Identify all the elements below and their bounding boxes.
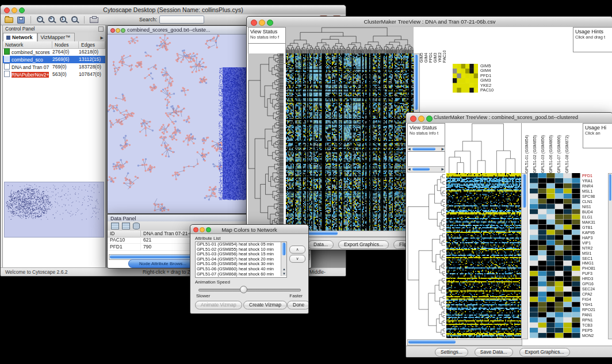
- gene-list-scrollbar[interactable]: [608, 173, 612, 339]
- gene-label[interactable]: PHO81: [582, 266, 608, 271]
- gene-label[interactable]: RPO21: [582, 307, 608, 312]
- slider-thumb[interactable]: [240, 286, 247, 293]
- node-attribute-browser-tab[interactable]: Node Attribute Brows...: [128, 259, 197, 268]
- scroll-left-arrow[interactable]: ◀: [408, 147, 411, 151]
- gene-label[interactable]: SPC98: [582, 194, 608, 199]
- network-canvas[interactable]: [108, 35, 250, 214]
- network-list-item[interactable]: RNAPuberNov2+ 563(0) 107847(0): [3, 71, 105, 78]
- column-label[interactable]: GPL51-08 (GSM872): [563, 123, 571, 173]
- gene-label[interactable]: YSH1: [582, 302, 608, 307]
- gene-label[interactable]: MSL1: [582, 189, 608, 194]
- treeview-title-bar[interactable]: ClusterMaker TreeView : DNA and Tran 07-…: [247, 17, 612, 28]
- gene-label[interactable]: PFD1: [582, 173, 608, 178]
- network-list-item[interactable]: combined_scores 2764(0) 16218(0): [3, 48, 105, 56]
- heatmap-hscrollbar[interactable]: [407, 339, 522, 346]
- minimize-button[interactable]: [116, 28, 120, 33]
- scroll-right-arrow[interactable]: ▶: [441, 167, 444, 171]
- gene-label[interactable]: PUF3: [582, 271, 608, 276]
- tab-vizmapper[interactable]: VizMapper™: [37, 33, 75, 41]
- gene-label[interactable]: MON2: [582, 333, 608, 338]
- tab-overflow-icon[interactable]: ▶: [101, 36, 105, 41]
- gene-label[interactable]: FIG4: [582, 297, 608, 302]
- tab-network[interactable]: Network: [3, 33, 37, 41]
- gene-label[interactable]: HRD3: [582, 276, 608, 281]
- network-list-item[interactable]: combined_sco 2569(6) 13112(15): [3, 56, 105, 63]
- scrollbar-thumb[interactable]: [609, 174, 611, 201]
- navigator-hscrollbar-2[interactable]: ◀ ▶: [407, 166, 445, 173]
- close-button[interactable]: [410, 116, 416, 122]
- animate-vizmap-button[interactable]: Animate Vizmap: [195, 301, 242, 309]
- gene-label[interactable]: GPI16: [582, 281, 608, 286]
- gene-label[interactable]: RNR4: [582, 183, 608, 189]
- open-session-icon[interactable]: [4, 15, 14, 24]
- scroll-left-arrow[interactable]: ◀: [408, 167, 411, 171]
- column-dendrogram[interactable]: [286, 27, 414, 53]
- network-view-title-bar[interactable]: combined_scores_good.txt--cluste...: [108, 26, 250, 35]
- gene-label[interactable]: CPA2: [582, 292, 608, 297]
- gene-label[interactable]: GTB1: [582, 225, 608, 230]
- gene-label[interactable]: BUD4: [582, 209, 608, 214]
- column-label[interactable]: PAC10: [442, 27, 447, 63]
- scroll-right-arrow[interactable]: ▶: [441, 147, 444, 151]
- scrollbar-thumb[interactable]: [414, 55, 418, 110]
- zoom-heatmap[interactable]: [453, 64, 478, 93]
- column-label[interactable]: GIM3: [433, 27, 438, 63]
- gene-label[interactable]: NTR2: [582, 246, 608, 251]
- gene-label[interactable]: MSI1: [582, 251, 608, 256]
- print-icon[interactable]: [89, 15, 99, 24]
- gene-label[interactable]: MAK31: [582, 220, 608, 225]
- treeview-button[interactable]: Settings...: [435, 348, 468, 357]
- column-label[interactable]: YKE2: [438, 27, 442, 63]
- column-label[interactable]: GIM4: [424, 27, 429, 63]
- close-button[interactable]: [110, 28, 115, 33]
- gene-label[interactable]: HMG1: [582, 260, 608, 266]
- create-attribute-icon[interactable]: [122, 223, 130, 229]
- column-label[interactable]: GPL51-06 (GSM865): [547, 123, 555, 173]
- save-session-icon[interactable]: [16, 15, 26, 24]
- gene-label[interactable]: VIP1: [582, 240, 608, 246]
- select-attributes-icon[interactable]: [111, 223, 119, 229]
- heatmap[interactable]: [446, 173, 521, 338]
- column-label[interactable]: GPL51-02 (GSM855): [531, 123, 539, 173]
- treeview-button[interactable]: Export Graphics...: [338, 240, 389, 249]
- create-vizmap-button[interactable]: Create Vizmap: [243, 301, 287, 309]
- search-input[interactable]: [159, 16, 204, 24]
- move-attribute-up-button[interactable]: ∧: [289, 246, 305, 254]
- gene-label[interactable]: HAP3: [582, 235, 608, 240]
- title-bar[interactable]: Cytoscape Desktop (Session Name: collins…: [1, 5, 346, 15]
- scrollbar-thumb[interactable]: [522, 174, 526, 208]
- minimize-button[interactable]: [418, 116, 424, 122]
- gene-label[interactable]: KAP95: [582, 230, 608, 235]
- move-attribute-down-button[interactable]: ∨: [289, 255, 305, 263]
- network-list-item[interactable]: DNA and Tran 07 769(0) 183728(0): [3, 63, 105, 71]
- scrollbar-thumb[interactable]: [282, 243, 286, 255]
- zoom-button[interactable]: [426, 116, 433, 122]
- row-dendrogram[interactable]: [407, 173, 445, 338]
- attribute-batch-icon[interactable]: [133, 223, 140, 229]
- animation-speed-slider[interactable]: [198, 289, 301, 292]
- zoom-out-icon[interactable]: −: [36, 15, 45, 24]
- column-label[interactable]: GPL51-01 (GSM854): [523, 123, 531, 173]
- gene-label[interactable]: SEC1: [582, 256, 608, 261]
- zoom-button[interactable]: [121, 28, 125, 33]
- gene-label[interactable]: TCB3: [582, 323, 608, 328]
- heatmap-vscrollbar[interactable]: [521, 173, 528, 339]
- done-button[interactable]: Done: [287, 301, 309, 309]
- attribute-list-scrollbar[interactable]: ▲ ▼: [281, 242, 286, 276]
- gene-label[interactable]: PEP5: [582, 328, 608, 333]
- scrollbar-thumb[interactable]: [412, 147, 435, 151]
- attribute-list-item[interactable]: GPL51-07 (GSM868) heat shock 60 min: [196, 272, 286, 277]
- treeview-title-bar[interactable]: ClusterMaker TreeView : combined_scores_…: [406, 113, 612, 124]
- dialog-title-bar[interactable]: Map Colors to Network: [190, 225, 308, 234]
- row-dendrogram[interactable]: [248, 53, 284, 231]
- zoom-one-to-one-icon[interactable]: 1: [59, 15, 68, 24]
- scrollbar-thumb[interactable]: [408, 340, 456, 344]
- gene-label[interactable]: RPN1: [582, 317, 608, 323]
- zoom-fit-icon[interactable]: □: [70, 15, 79, 24]
- gene-label[interactable]: SEC24: [582, 286, 608, 292]
- navigator-panel[interactable]: [407, 151, 445, 167]
- scrollbar-thumb[interactable]: [412, 167, 430, 171]
- column-label[interactable]: PFD1: [429, 27, 433, 63]
- zoom-heatmap[interactable]: [530, 173, 580, 338]
- column-label[interactable]: GIM5: [419, 27, 424, 63]
